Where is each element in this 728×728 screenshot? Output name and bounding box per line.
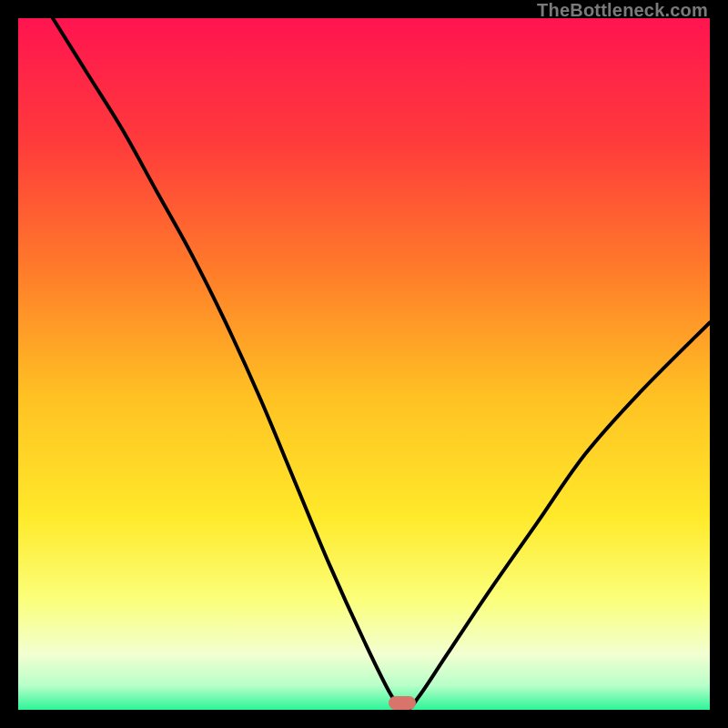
optimal-point-marker — [389, 696, 416, 710]
watermark-text: TheBottleneck.com — [537, 0, 708, 21]
chart-frame — [18, 18, 710, 710]
gradient-background — [18, 18, 710, 710]
bottleneck-chart — [18, 18, 710, 710]
